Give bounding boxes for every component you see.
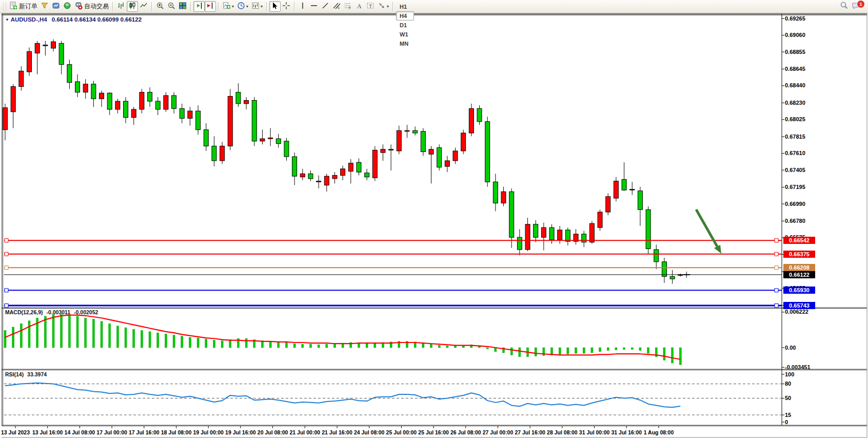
macd-histogram-bar bbox=[374, 343, 376, 348]
chart-canvas[interactable] bbox=[0, 0, 868, 438]
chevron-down-icon: ▾ bbox=[261, 4, 263, 9]
svg-text:A: A bbox=[357, 2, 362, 9]
zoom-in-button[interactable] bbox=[154, 1, 166, 12]
macd-histogram-bar bbox=[358, 343, 360, 348]
macd-histogram-bar bbox=[229, 339, 231, 348]
candle-body bbox=[638, 191, 642, 210]
chart-wizard-button[interactable] bbox=[39, 1, 50, 12]
timeframe-H1[interactable]: H1 bbox=[396, 2, 414, 11]
candle-body bbox=[614, 181, 618, 198]
macd-histogram-bar bbox=[486, 348, 488, 349]
profile-button[interactable] bbox=[50, 1, 62, 12]
auto-scroll-icon bbox=[195, 2, 203, 12]
line-chart-icon bbox=[140, 2, 148, 12]
candle-body bbox=[324, 176, 329, 185]
crosshair-button[interactable] bbox=[281, 1, 292, 12]
text-label-icon: T bbox=[366, 2, 374, 12]
macd-histogram-bar bbox=[631, 348, 633, 349]
collapse-triangle-icon[interactable]: ▼ bbox=[5, 17, 9, 22]
toolbar-separator bbox=[218, 2, 219, 11]
timeframe-W1[interactable]: W1 bbox=[396, 30, 414, 39]
candle-body bbox=[630, 189, 635, 191]
line-chart-button[interactable] bbox=[138, 1, 149, 12]
candle-body bbox=[405, 130, 409, 131]
macd-histogram-bar bbox=[68, 315, 70, 348]
tile-windows-icon bbox=[179, 2, 187, 12]
cursor-button[interactable] bbox=[269, 1, 281, 12]
equidistant-channel-button[interactable]: E bbox=[331, 1, 342, 12]
macd-histogram-bar bbox=[639, 348, 641, 351]
macd-histogram-bar bbox=[326, 344, 328, 348]
notifications-button[interactable]: 1 bbox=[850, 1, 862, 12]
candle-body bbox=[91, 84, 96, 99]
macd-histogram-bar bbox=[52, 315, 54, 348]
bar-chart-button[interactable] bbox=[115, 1, 127, 12]
profile-icon bbox=[52, 2, 60, 12]
text-button[interactable]: A bbox=[353, 1, 365, 12]
chart-shift-button[interactable] bbox=[205, 1, 216, 12]
timeframe-H4[interactable]: H4 bbox=[396, 11, 414, 21]
line-handle bbox=[5, 304, 8, 308]
text-label-button[interactable]: T bbox=[365, 1, 376, 12]
macd-histogram-bar bbox=[333, 344, 336, 348]
macd-histogram-bar bbox=[197, 338, 199, 348]
vertical-line-button[interactable] bbox=[297, 1, 308, 12]
candle-body bbox=[437, 148, 442, 167]
macd-histogram-bar bbox=[28, 321, 30, 348]
fibonacci-button[interactable]: F bbox=[342, 1, 353, 12]
chevron-down-icon: ▾ bbox=[387, 4, 389, 9]
new-order-button[interactable]: 新订单 bbox=[8, 1, 39, 12]
auto-scroll-button[interactable] bbox=[193, 1, 205, 12]
notification-badge: 1 bbox=[857, 0, 865, 8]
chevron-down-icon: ▾ bbox=[232, 4, 234, 9]
candle-body bbox=[35, 43, 40, 53]
macd-histogram-bar bbox=[567, 348, 569, 354]
macd-histogram-bar bbox=[615, 348, 617, 350]
arrows-button[interactable]: ▾ bbox=[376, 1, 390, 12]
toolbar-separator bbox=[294, 2, 295, 11]
macd-histogram-bar bbox=[599, 348, 601, 352]
candle-body bbox=[534, 224, 538, 237]
line-handle bbox=[5, 266, 8, 270]
candlestick-chart-button[interactable] bbox=[127, 1, 138, 12]
timeframe-M30[interactable]: M30 bbox=[396, 0, 414, 2]
macd-histogram-bar bbox=[672, 348, 674, 363]
candle-body bbox=[445, 161, 449, 166]
templates-button[interactable]: ▾ bbox=[250, 1, 264, 12]
macd-histogram-bar bbox=[181, 336, 183, 348]
toolbar-separator bbox=[266, 2, 267, 11]
macd-histogram-bar bbox=[189, 337, 191, 348]
candle-body bbox=[606, 197, 610, 212]
horizontal-line-button[interactable] bbox=[308, 1, 320, 12]
candle-body bbox=[517, 237, 522, 250]
auto-trading-button[interactable]: 自动交易 bbox=[73, 1, 110, 12]
macd-histogram-bar bbox=[293, 344, 295, 348]
candle-body bbox=[549, 227, 554, 240]
macd-histogram-bar bbox=[173, 335, 175, 348]
macd-histogram-bar bbox=[44, 316, 46, 348]
macd-histogram-bar bbox=[366, 344, 368, 348]
macd-histogram-bar bbox=[125, 328, 127, 348]
tile-windows-button[interactable] bbox=[177, 1, 188, 12]
macd-histogram-bar bbox=[430, 344, 432, 348]
candle-body bbox=[83, 84, 88, 92]
macd-histogram-bar bbox=[309, 344, 311, 348]
macd-histogram-bar bbox=[109, 323, 111, 348]
candle-body bbox=[308, 174, 313, 179]
periods-button[interactable]: ▾ bbox=[235, 1, 250, 12]
signal-button[interactable] bbox=[62, 1, 73, 12]
search-button[interactable] bbox=[838, 1, 850, 12]
candle-body bbox=[180, 108, 184, 118]
candle-body bbox=[3, 108, 8, 130]
macd-histogram-bar bbox=[245, 338, 247, 348]
zoom-out-button[interactable] bbox=[166, 1, 177, 12]
macd-signal-line bbox=[5, 315, 680, 359]
price-line-label: 0.66208 bbox=[783, 264, 815, 271]
timeframe-MN[interactable]: MN bbox=[396, 39, 414, 48]
trendline-button[interactable] bbox=[320, 1, 331, 12]
indicators-button[interactable]: ▾ bbox=[221, 1, 235, 12]
macd-histogram-bar bbox=[149, 332, 151, 348]
timeframe-D1[interactable]: D1 bbox=[396, 21, 414, 30]
macd-histogram-bar bbox=[101, 321, 103, 348]
candle-body bbox=[381, 149, 385, 153]
